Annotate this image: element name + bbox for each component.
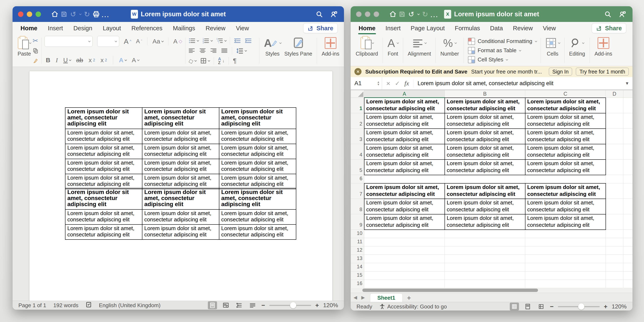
line-spacing-button[interactable] <box>236 48 246 54</box>
insert-function-icon[interactable]: fx <box>404 80 409 87</box>
tab-review[interactable]: Review <box>205 24 226 33</box>
cell-A10[interactable] <box>364 230 445 238</box>
cell-C15[interactable] <box>525 272 606 280</box>
select-all-corner[interactable] <box>351 90 364 98</box>
tab-view[interactable]: View <box>236 24 249 33</box>
try-free-button[interactable]: Try free for 1 month <box>576 68 629 76</box>
cell-B1[interactable]: Lorem ipsum dolor sit amet,consectetur a… <box>445 98 525 113</box>
cell-C14[interactable] <box>525 263 606 272</box>
word-addins-button[interactable]: Add-ins <box>320 36 341 65</box>
row-header-3[interactable]: 3 <box>351 129 364 144</box>
cell-D2[interactable] <box>606 113 623 129</box>
cell-B2[interactable]: Lorem ipsum dolor sit amet,consectetur a… <box>445 113 525 129</box>
strikethrough-button[interactable]: ab <box>76 57 83 64</box>
zoom-in-button[interactable]: + <box>315 302 319 309</box>
borders-button[interactable] <box>200 58 210 64</box>
word-table-cell[interactable]: Lorem ipsum dolor sit amet,consectetur a… <box>219 129 296 144</box>
number-group-button[interactable]: % Number <box>439 36 461 65</box>
word-page[interactable]: Lorem ipsum dolor sitamet, consecteturad… <box>29 71 332 301</box>
cell-C11[interactable] <box>525 238 606 246</box>
tab-data[interactable]: Data <box>490 24 503 33</box>
word-table-cell[interactable]: Lorem ipsum dolor sit amet,consectetur a… <box>65 209 142 224</box>
cancel-icon[interactable]: × <box>386 79 390 88</box>
cell-D16[interactable] <box>606 280 623 288</box>
align-center-button[interactable] <box>199 48 206 54</box>
tab-layout[interactable]: Layout <box>102 24 121 33</box>
tab-home[interactable]: Home <box>20 24 38 33</box>
cell-C10[interactable] <box>525 230 606 238</box>
web-layout-view-button[interactable] <box>221 301 230 309</box>
word-table-cell[interactable]: Lorem ipsum dolor sit amet,consectetur a… <box>142 144 219 159</box>
minimize-button[interactable] <box>27 11 32 17</box>
tab-mailings[interactable]: Mailings <box>172 24 196 33</box>
cell-partial-16[interactable] <box>623 280 633 288</box>
cell-partial-11[interactable] <box>623 238 633 246</box>
column-header-c[interactable]: C <box>525 90 606 98</box>
word-table-cell[interactable]: Lorem ipsum dolor sitamet, consecteturad… <box>142 188 219 209</box>
zoom-level[interactable]: 120% <box>612 303 627 310</box>
word-table-cell[interactable]: Lorem ipsum dolor sit amet,consectetur a… <box>65 224 142 240</box>
tab-home[interactable]: Home <box>358 24 376 33</box>
cell-C6[interactable] <box>525 175 606 183</box>
cell-partial-5[interactable] <box>623 160 633 175</box>
print-icon[interactable] <box>92 9 101 19</box>
clear-formatting-button[interactable]: A◇ <box>173 38 182 45</box>
row-header-11[interactable]: 11 <box>351 238 364 246</box>
horizontal-scrollbar[interactable] <box>351 288 632 293</box>
underline-button[interactable]: U <box>63 57 71 64</box>
cell-A1[interactable]: Lorem ipsum dolor sit amet,consectetur a… <box>364 98 445 113</box>
accessibility-status[interactable]: Accessibility: Good to go <box>379 304 447 310</box>
cell-A11[interactable] <box>364 238 445 246</box>
bullets-button[interactable] <box>188 38 198 44</box>
word-table-cell[interactable]: Lorem ipsum dolor sit amet,consectetur a… <box>142 224 219 240</box>
cell-C4[interactable]: Lorem ipsum dolor sit amet,consectetur a… <box>525 144 606 160</box>
font-color-button[interactable]: A <box>132 57 139 64</box>
shading-button[interactable]: ◇ <box>188 57 196 65</box>
search-icon[interactable] <box>315 9 324 19</box>
cell-A12[interactable] <box>364 246 445 255</box>
sheet-tab[interactable]: Sheet1 <box>370 294 402 302</box>
row-header-7[interactable]: 7 <box>351 183 364 199</box>
account-icon[interactable] <box>329 9 338 19</box>
align-left-button[interactable] <box>188 48 195 54</box>
cell-D12[interactable] <box>606 246 623 255</box>
minimize-button[interactable] <box>365 11 370 17</box>
zoom-slider-thumb[interactable] <box>290 302 296 309</box>
cell-partial-10[interactable] <box>623 230 633 238</box>
cell-D4[interactable] <box>606 144 623 160</box>
format-painter-button[interactable] <box>32 57 38 65</box>
conditional-formatting-button[interactable]: Conditional Formatting <box>468 38 536 45</box>
cell-B4[interactable]: Lorem ipsum dolor sit amet,consectetur a… <box>445 144 525 160</box>
styles-pane-button[interactable]: Styles Pane <box>283 36 314 65</box>
cell-partial-9[interactable] <box>623 214 633 230</box>
word-table-cell[interactable]: Lorem ipsum dolor sit amet,consectetur a… <box>142 129 219 144</box>
row-header-9[interactable]: 9 <box>351 214 364 230</box>
page-layout-view-button[interactable] <box>523 303 532 311</box>
cell-C5[interactable]: Lorem ipsum dolor sit amet,consectetur a… <box>525 160 606 175</box>
redo-icon[interactable]: ↻ <box>82 9 92 19</box>
superscript-button[interactable]: x2 <box>100 57 107 64</box>
zoom-in-button[interactable]: + <box>604 303 608 310</box>
italic-button[interactable]: I <box>56 57 58 64</box>
outline-view-button[interactable] <box>234 301 244 309</box>
column-header-b[interactable]: B <box>445 90 525 98</box>
proofing-icon[interactable] <box>86 302 92 309</box>
cell-partial-13[interactable] <box>623 255 633 263</box>
word-table-cell[interactable]: Lorem ipsum dolor sit amet,consectetur a… <box>142 174 219 189</box>
cell-A16[interactable] <box>364 280 445 288</box>
name-box[interactable]: A1 ▲▼ <box>351 77 382 90</box>
word-table-cell[interactable]: Lorem ipsum dolor sitamet, consecteturad… <box>65 188 142 209</box>
cell-B13[interactable] <box>445 255 525 263</box>
cell-partial-3[interactable] <box>623 129 633 144</box>
row-header-16[interactable]: 16 <box>351 280 364 288</box>
text-effects-button[interactable]: A <box>119 57 126 64</box>
zoom-button[interactable] <box>36 11 41 17</box>
column-header-a[interactable]: A <box>364 90 445 98</box>
word-table-cell[interactable]: Lorem ipsum dolor sit amet,consectetur a… <box>219 224 296 240</box>
zoom-slider-thumb[interactable] <box>578 304 584 310</box>
page-indicator[interactable]: Page 1 of 1 <box>18 302 46 309</box>
undo-chevron-icon[interactable] <box>78 9 82 19</box>
decrease-indent-button[interactable] <box>234 38 241 44</box>
redo-icon[interactable]: ↻ <box>420 9 430 19</box>
cell-D5[interactable] <box>606 160 623 175</box>
